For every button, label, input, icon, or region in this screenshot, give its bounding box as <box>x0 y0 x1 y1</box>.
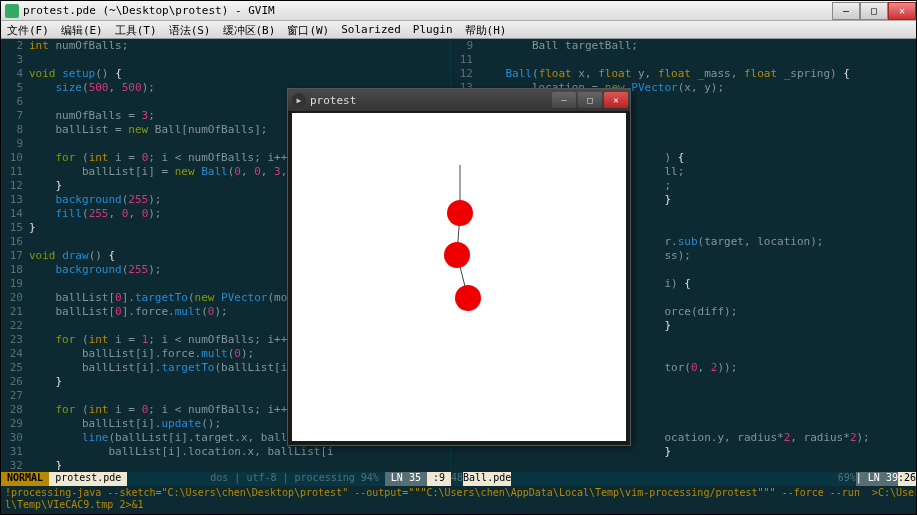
menu-window[interactable]: 窗口(W) <box>281 21 335 38</box>
play-icon: ▶ <box>292 93 306 107</box>
filename-left: protest.pde <box>49 472 127 486</box>
sketch-title: protest <box>310 94 552 107</box>
ball <box>444 242 470 268</box>
connecting-lines <box>292 113 626 441</box>
ball <box>447 200 473 226</box>
maximize-button[interactable]: □ <box>860 2 888 20</box>
position-right: | LN 39 <box>856 472 898 486</box>
menu-syntax[interactable]: 语法(S) <box>163 21 217 38</box>
fileinfo-left: dos | utf-8 | processing 94% <box>127 472 384 486</box>
menu-solarized[interactable]: Solarized <box>335 21 407 38</box>
line-numbers-right: 9111213 <box>451 39 479 95</box>
sketch-window[interactable]: ▶ protest — □ ✕ <box>287 88 631 446</box>
close-button[interactable]: ✕ <box>888 2 916 20</box>
line-numbers-left: 2345678910111213141516171819202122232425… <box>1 39 29 470</box>
sketch-window-controls: — □ ✕ <box>552 92 630 108</box>
statusline-left: NORMAL protest.pde dos | utf-8 | process… <box>1 472 451 486</box>
filename-right: Ball.pde <box>463 472 511 486</box>
gap: 48 <box>451 472 463 486</box>
mode-indicator: NORMAL <box>1 472 49 486</box>
sketch-titlebar[interactable]: ▶ protest — □ ✕ <box>288 89 630 111</box>
ball <box>455 285 481 311</box>
menu-tools[interactable]: 工具(T) <box>109 21 163 38</box>
menu-buffers[interactable]: 缓冲区(B) <box>217 21 282 38</box>
command-output: !processing-java --sketch="C:\Users\chen… <box>1 486 916 514</box>
gvim-title: protest.pde (~\Desktop\protest) - GVIM <box>23 4 832 17</box>
sketch-canvas[interactable] <box>292 113 626 441</box>
fileinfo-right: 69% <box>511 472 856 486</box>
sketch-maximize-button[interactable]: □ <box>578 92 602 108</box>
menu-file[interactable]: 文件(F) <box>1 21 55 38</box>
gvim-icon <box>5 4 19 18</box>
menu-edit[interactable]: 编辑(E) <box>55 21 109 38</box>
column-left: :9 <box>427 472 451 486</box>
menu-plugin[interactable]: Plugin <box>407 21 459 38</box>
gvim-titlebar[interactable]: protest.pde (~\Desktop\protest) - GVIM —… <box>1 1 916 21</box>
position-left: LN 35 <box>385 472 427 486</box>
minimize-button[interactable]: — <box>832 2 860 20</box>
gvim-window-controls: — □ ✕ <box>832 2 916 20</box>
statusline-right: 48 Ball.pde 69% | LN 39 :26 <box>451 472 916 486</box>
sketch-minimize-button[interactable]: — <box>552 92 576 108</box>
column-right: :26 <box>898 472 916 486</box>
menu-help[interactable]: 帮助(H) <box>459 21 513 38</box>
gvim-menubar: 文件(F) 编辑(E) 工具(T) 语法(S) 缓冲区(B) 窗口(W) Sol… <box>1 21 916 39</box>
sketch-close-button[interactable]: ✕ <box>604 92 628 108</box>
